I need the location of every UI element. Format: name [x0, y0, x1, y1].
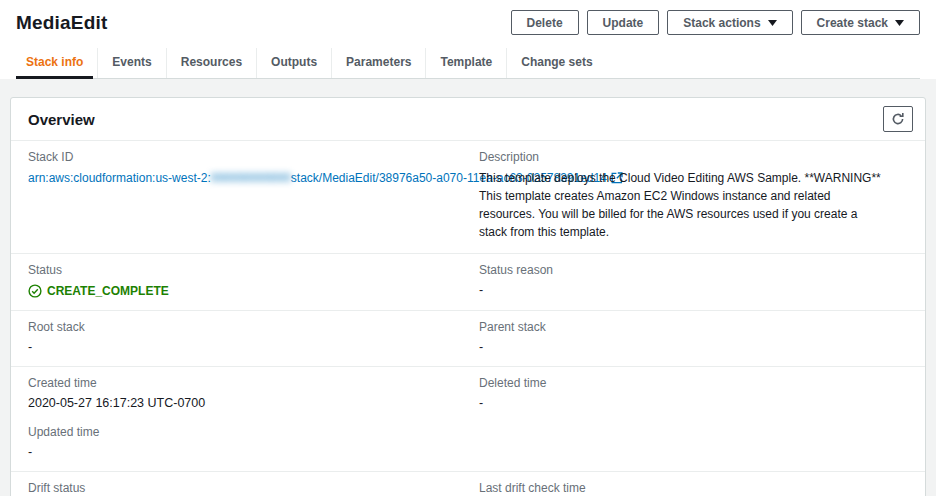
tab-resources[interactable]: Resources [166, 48, 256, 78]
main-content: Overview Stack ID arn:aws:cloudformation… [0, 79, 936, 496]
updated-time-value: - [28, 445, 455, 459]
refresh-icon [891, 112, 905, 126]
caret-down-icon [768, 20, 777, 26]
updated-time-label: Updated time [28, 425, 455, 439]
root-stack-value: - [28, 340, 455, 354]
status-success-icon [28, 284, 42, 298]
update-button-label: Update [603, 16, 644, 30]
deleted-time-label: Deleted time [479, 376, 885, 390]
stack-id-value: arn:aws:cloudformation:us-west-2:0000000… [28, 171, 455, 185]
stack-id-label: Stack ID [28, 150, 455, 164]
status-value: CREATE_COMPLETE [47, 284, 169, 298]
stack-action-buttons: Delete Update Stack actions Create stack [511, 10, 920, 35]
description-value: This template deploys the Cloud Video Ed… [479, 169, 885, 241]
update-button[interactable]: Update [587, 10, 660, 35]
description-label: Description [479, 150, 885, 164]
overview-row-root-stack: Root stack - Parent stack - [11, 311, 925, 367]
last-drift-check-label: Last drift check time [479, 481, 885, 495]
tab-events[interactable]: Events [97, 48, 165, 78]
drift-status-label: Drift status [28, 481, 455, 495]
parent-stack-label: Parent stack [479, 320, 885, 334]
create-stack-button-label: Create stack [817, 16, 888, 30]
overview-panel: Overview Stack ID arn:aws:cloudformation… [10, 97, 926, 496]
delete-button-label: Delete [527, 16, 563, 30]
stack-actions-button[interactable]: Stack actions [667, 10, 792, 35]
overview-row-status: Status CREATE_COMPLETE Status reason - [11, 254, 925, 311]
stack-tabs: Stack info Events Resources Outputs Para… [16, 48, 920, 79]
overview-row-times: Created time 2020-05-27 16:17:23 UTC-070… [11, 367, 925, 472]
status-label: Status [28, 263, 455, 277]
page-header: MediaEdit Delete Update Stack actions Cr… [0, 0, 936, 79]
tab-change-sets[interactable]: Change sets [506, 48, 606, 78]
page-title: MediaEdit [16, 12, 108, 34]
tab-parameters[interactable]: Parameters [331, 48, 425, 78]
parent-stack-value: - [479, 340, 885, 354]
root-stack-label: Root stack [28, 320, 455, 334]
status-reason-value: - [479, 283, 885, 297]
deleted-time-value: - [479, 396, 885, 410]
created-time-value: 2020-05-27 16:17:23 UTC-0700 [28, 396, 455, 410]
delete-button[interactable]: Delete [511, 10, 579, 35]
tab-stack-info[interactable]: Stack info [16, 48, 97, 78]
stack-actions-button-label: Stack actions [683, 16, 760, 30]
stack-arn-redacted: 000000000000 [211, 171, 291, 185]
status-reason-label: Status reason [479, 263, 885, 277]
created-time-label: Created time [28, 376, 455, 390]
overview-title: Overview [28, 111, 95, 128]
refresh-button[interactable] [883, 106, 913, 132]
tab-template[interactable]: Template [425, 48, 506, 78]
overview-row-drift: Drift status NOT_CHECKED Last drift chec… [11, 472, 925, 496]
create-stack-button[interactable]: Create stack [801, 10, 920, 35]
overview-row-stack-id: Stack ID arn:aws:cloudformation:us-west-… [11, 141, 925, 254]
caret-down-icon [895, 20, 904, 26]
tab-outputs[interactable]: Outputs [256, 48, 331, 78]
